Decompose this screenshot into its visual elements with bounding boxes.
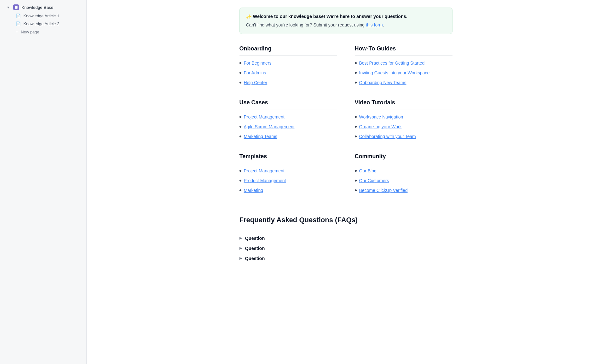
list-item: For Admins bbox=[239, 70, 337, 76]
faq-title: Frequently Asked Questions (FAQs) bbox=[239, 216, 452, 224]
welcome-banner: ✨ Welcome to our knowledge base! We're h… bbox=[239, 8, 452, 34]
section-onboarding: OnboardingFor BeginnersFor AdminsHelp Ce… bbox=[239, 45, 337, 89]
welcome-title: ✨ Welcome to our knowledge base! We're h… bbox=[246, 13, 446, 20]
section-link-templates-1[interactable]: Product Management bbox=[244, 177, 286, 184]
section-links-use-cases: Project ManagementAgile Scrum Management… bbox=[239, 114, 337, 140]
sidebar-kb-root[interactable]: ▼ Knowledge Base bbox=[2, 3, 84, 12]
bullet-icon bbox=[239, 116, 241, 118]
welcome-subtitle: Can't find what you're looking for? Subm… bbox=[246, 21, 446, 28]
sidebar-article-2[interactable]: 📄 Knowledge Article 2 bbox=[2, 20, 84, 28]
section-title-onboarding: Onboarding bbox=[239, 45, 337, 52]
list-item: Agile Scrum Management bbox=[239, 124, 337, 130]
chevron-right-icon: ▶ bbox=[239, 256, 242, 260]
sidebar-article-label-2: Knowledge Article 2 bbox=[23, 21, 59, 26]
faq-item-0[interactable]: ▶Question bbox=[239, 233, 452, 243]
section-link-onboarding-0[interactable]: For Beginners bbox=[244, 60, 272, 66]
bullet-icon bbox=[355, 180, 357, 182]
bullet-icon bbox=[239, 170, 241, 172]
section-link-community-2[interactable]: Become ClickUp Verified bbox=[359, 187, 408, 194]
section-divider-templates bbox=[239, 163, 337, 163]
kb-icon bbox=[13, 4, 19, 10]
section-title-video-tutorials: Video Tutorials bbox=[355, 99, 452, 106]
section-link-community-0[interactable]: Our Blog bbox=[359, 168, 377, 174]
section-link-onboarding-1[interactable]: For Admins bbox=[244, 70, 266, 76]
sidebar-article-1[interactable]: 📄 Knowledge Article 1 bbox=[2, 12, 84, 20]
list-item: Project Management bbox=[239, 114, 337, 120]
section-link-templates-2[interactable]: Marketing bbox=[244, 187, 263, 194]
section-title-community: Community bbox=[355, 153, 452, 160]
list-item: Our Customers bbox=[355, 177, 452, 184]
faq-question-2: Question bbox=[245, 256, 265, 261]
bullet-icon bbox=[239, 189, 241, 191]
list-item: Best Practices for Getting Started bbox=[355, 60, 452, 66]
sections-grid: OnboardingFor BeginnersFor AdminsHelp Ce… bbox=[239, 45, 452, 207]
list-item: Marketing bbox=[239, 187, 337, 194]
faq-item-2[interactable]: ▶Question bbox=[239, 253, 452, 263]
doc-icon-2: 📄 bbox=[16, 21, 21, 26]
list-item: Product Management bbox=[239, 177, 337, 184]
section-link-use-cases-2[interactable]: Marketing Teams bbox=[244, 133, 277, 140]
list-item: Workspace Navigation bbox=[355, 114, 452, 120]
bullet-icon bbox=[355, 116, 357, 118]
sidebar: ▼ Knowledge Base 📄 Knowledge Article 1 📄… bbox=[0, 0, 87, 364]
section-link-video-tutorials-0[interactable]: Workspace Navigation bbox=[359, 114, 403, 120]
bullet-icon bbox=[355, 72, 357, 74]
new-page-button[interactable]: + New page bbox=[2, 28, 84, 36]
section-links-onboarding: For BeginnersFor AdminsHelp Center bbox=[239, 60, 337, 86]
section-how-to-guides: How-To GuidesBest Practices for Getting … bbox=[355, 45, 452, 89]
list-item: Our Blog bbox=[355, 168, 452, 174]
bullet-icon bbox=[239, 82, 241, 84]
chevron-right-icon: ▶ bbox=[239, 246, 242, 250]
bullet-icon bbox=[355, 136, 357, 137]
section-link-video-tutorials-2[interactable]: Collaborating with your Team bbox=[359, 133, 416, 140]
section-link-use-cases-1[interactable]: Agile Scrum Management bbox=[244, 124, 295, 130]
plus-icon: + bbox=[16, 29, 18, 34]
section-title-how-to-guides: How-To Guides bbox=[355, 45, 452, 52]
bullet-icon bbox=[355, 126, 357, 128]
bullet-icon bbox=[355, 62, 357, 64]
chevron-down-icon: ▼ bbox=[6, 5, 11, 10]
section-templates: TemplatesProject ManagementProduct Manag… bbox=[239, 153, 337, 197]
faq-item-1[interactable]: ▶Question bbox=[239, 243, 452, 253]
bullet-icon bbox=[355, 82, 357, 84]
section-use-cases: Use CasesProject ManagementAgile Scrum M… bbox=[239, 99, 337, 143]
section-link-use-cases-0[interactable]: Project Management bbox=[244, 114, 285, 120]
list-item: Inviting Guests into your Workspace bbox=[355, 70, 452, 76]
section-divider-how-to-guides bbox=[355, 55, 452, 55]
section-link-community-1[interactable]: Our Customers bbox=[359, 177, 389, 184]
section-link-templates-0[interactable]: Project Management bbox=[244, 168, 285, 174]
bullet-icon bbox=[355, 189, 357, 191]
sidebar-kb-label: Knowledge Base bbox=[21, 5, 53, 10]
section-links-how-to-guides: Best Practices for Getting StartedInviti… bbox=[355, 60, 452, 86]
list-item: Help Center bbox=[239, 79, 337, 86]
faq-section: Frequently Asked Questions (FAQs) ▶Quest… bbox=[239, 216, 452, 263]
svg-rect-0 bbox=[15, 6, 17, 9]
section-link-video-tutorials-1[interactable]: Organizing your Work bbox=[359, 124, 402, 130]
section-link-how-to-guides-0[interactable]: Best Practices for Getting Started bbox=[359, 60, 425, 66]
section-link-how-to-guides-2[interactable]: Onboarding New Teams bbox=[359, 79, 406, 86]
bullet-icon bbox=[239, 72, 241, 74]
new-page-label: New page bbox=[21, 30, 39, 34]
bullet-icon bbox=[355, 170, 357, 172]
welcome-icon: ✨ bbox=[246, 14, 252, 19]
sidebar-article-label-1: Knowledge Article 1 bbox=[23, 14, 59, 18]
welcome-link[interactable]: this form bbox=[366, 22, 383, 27]
section-link-onboarding-2[interactable]: Help Center bbox=[244, 79, 268, 86]
list-item: Project Management bbox=[239, 168, 337, 174]
section-divider-use-cases bbox=[239, 109, 337, 109]
chevron-right-icon: ▶ bbox=[239, 236, 242, 240]
faq-divider bbox=[239, 228, 452, 228]
list-item: Marketing Teams bbox=[239, 133, 337, 140]
section-divider-onboarding bbox=[239, 55, 337, 55]
bullet-icon bbox=[239, 126, 241, 128]
faq-question-0: Question bbox=[245, 236, 265, 241]
bullet-icon bbox=[239, 136, 241, 137]
list-item: Become ClickUp Verified bbox=[355, 187, 452, 194]
section-links-templates: Project ManagementProduct ManagementMark… bbox=[239, 168, 337, 194]
bullet-icon bbox=[239, 62, 241, 64]
section-link-how-to-guides-1[interactable]: Inviting Guests into your Workspace bbox=[359, 70, 430, 76]
bullet-icon bbox=[239, 180, 241, 182]
list-item: Collaborating with your Team bbox=[355, 133, 452, 140]
section-links-video-tutorials: Workspace NavigationOrganizing your Work… bbox=[355, 114, 452, 140]
section-community: CommunityOur BlogOur CustomersBecome Cli… bbox=[355, 153, 452, 197]
